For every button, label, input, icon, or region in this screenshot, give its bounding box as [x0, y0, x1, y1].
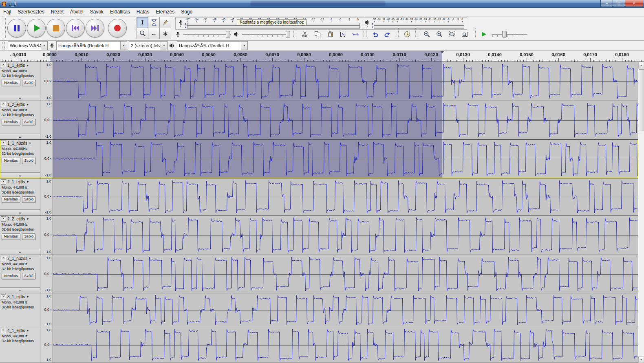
menu-item-elemzes[interactable]: Elemzés — [152, 8, 178, 16]
amplitude-ruler[interactable]: 1,0 0,0 -1,0 — [40, 293, 53, 327]
skip-to-start-button[interactable] — [66, 19, 85, 37]
zoom-to-project-button[interactable] — [459, 29, 470, 39]
zoom-to-selection-button[interactable] — [447, 29, 457, 39]
track-name[interactable]: 1_1_húzós — [7, 141, 27, 145]
track-control-panel[interactable]: × 2_1_ejtős ▼ Monó, 44100Hz 32-bit lebeg… — [0, 178, 40, 215]
skip-to-end-button[interactable] — [86, 19, 104, 37]
track-collapse-button[interactable]: ▲ — [0, 209, 40, 215]
scroll-up-button[interactable]: ▲ — [638, 62, 644, 68]
mute-button[interactable]: Némítás — [2, 158, 20, 164]
meter-output-selector[interactable]: ▼ — [364, 18, 371, 29]
amplitude-ruler[interactable]: 1,0 0,0 -1,0 — [40, 62, 53, 101]
amplitude-ruler[interactable]: 1,0 0,0 -1,0 — [40, 178, 53, 215]
track-close-button[interactable]: × — [1, 256, 6, 261]
menu-item-nezet[interactable]: Nézet — [48, 8, 67, 16]
menu-item-hatas[interactable]: Hatás — [133, 8, 152, 16]
zoom-in-button[interactable] — [421, 29, 432, 39]
track-control-panel[interactable]: × 2_2_ejtős ▼ Monó, 44100Hz 32-bit lebeg… — [0, 216, 40, 255]
waveform-canvas[interactable] — [53, 293, 638, 327]
slider-thumb[interactable] — [226, 31, 230, 37]
zoom-tool-button[interactable] — [137, 28, 148, 39]
track-control-panel[interactable]: × 2_1_húzós ▼ Monó, 44100Hz 32-bit lebeg… — [0, 255, 40, 293]
mute-button[interactable]: Némítás — [2, 80, 20, 86]
track-name[interactable]: 2_2_ejtős — [7, 217, 25, 221]
play-at-speed-button[interactable] — [479, 29, 489, 39]
track-close-button[interactable]: × — [1, 141, 6, 146]
waveform-canvas[interactable] — [53, 327, 638, 363]
menu-item-szerkesztes[interactable]: Szerkesztés — [14, 8, 47, 16]
scrollbar-thumb[interactable] — [639, 69, 644, 131]
trim-button[interactable] — [337, 29, 348, 39]
track-name[interactable]: 2_1_ejtős — [7, 180, 25, 184]
dropdown-arrow-icon[interactable]: ▼ — [241, 42, 247, 50]
slider-thumb[interactable] — [286, 31, 290, 37]
waveform-canvas[interactable] — [53, 140, 638, 178]
record-button[interactable] — [108, 19, 127, 37]
menu-item-fajl[interactable]: Fájl — [0, 8, 14, 16]
toolbar-grip[interactable] — [396, 29, 399, 37]
amplitude-ruler[interactable]: 1,0 0,0 -1,0 — [40, 327, 53, 363]
toolbar-grip[interactable] — [293, 29, 296, 37]
toolbar-grip[interactable] — [2, 42, 5, 49]
track-menu-arrow-icon[interactable]: ▼ — [29, 142, 31, 145]
recording-device-select[interactable]: HangszÃ³rÃ³k (Realtek H ▼ — [56, 41, 127, 50]
track-control-panel[interactable]: × 4_1_ejtős ▼ Monó, 44100Hz 32-bit lebeg… — [0, 327, 40, 363]
amplitude-ruler[interactable]: 1,0 0,0 -1,0 — [40, 216, 53, 255]
menu-item-atvitel[interactable]: Átvitel — [67, 8, 87, 16]
solo-button[interactable]: Szóló — [22, 158, 36, 164]
multi-tool-button[interactable]: ∗ — [159, 28, 171, 39]
undo-button[interactable] — [370, 29, 380, 39]
track-close-button[interactable]: × — [1, 102, 6, 107]
playback-device-select[interactable]: HangszÃ³rÃ³k (Realtek H ▼ — [177, 41, 248, 50]
monitoring-tooltip[interactable]: Kattintás a megfigyelés indításához — [237, 19, 307, 25]
solo-button[interactable]: Szóló — [22, 119, 36, 125]
play-button[interactable] — [27, 19, 46, 37]
dropdown-arrow-icon[interactable]: ▼ — [41, 42, 47, 50]
recording-volume-slider[interactable] — [183, 31, 231, 38]
menu-item-savok[interactable]: Sávok — [87, 8, 107, 16]
playback-meter[interactable]: ▼ -57-54-51-48-45-42-39-36-33-30-27-24-2… — [362, 17, 467, 30]
pause-button[interactable] — [7, 19, 26, 37]
waveform-canvas[interactable] — [53, 101, 638, 139]
redo-button[interactable] — [382, 29, 393, 39]
solo-button[interactable]: Szóló — [22, 80, 36, 86]
mute-button[interactable]: Némítás — [2, 196, 20, 203]
dropdown-arrow-icon[interactable]: ▼ — [120, 42, 127, 50]
track-name[interactable]: 3_1_ejtős — [7, 295, 25, 299]
solo-button[interactable]: Szóló — [22, 273, 36, 279]
copy-button[interactable] — [312, 29, 322, 39]
track-menu-arrow-icon[interactable]: ▼ — [26, 218, 29, 220]
selection-tool-button[interactable]: I — [137, 17, 148, 28]
sync-lock-button[interactable] — [402, 29, 412, 39]
playback-volume-slider[interactable] — [242, 31, 290, 38]
track-close-button[interactable]: × — [1, 63, 6, 68]
track-control-panel[interactable]: × 1_1_ejtős ▼ Monó, 44100Hz 32-bit lebeg… — [0, 62, 40, 101]
slider-thumb[interactable] — [502, 31, 507, 37]
track-menu-arrow-icon[interactable]: ▼ — [26, 295, 29, 298]
menu-item-eloallitas[interactable]: Előállítás — [107, 8, 133, 16]
track-close-button[interactable]: × — [1, 216, 6, 222]
solo-button[interactable]: Szóló — [22, 233, 36, 240]
track-menu-arrow-icon[interactable]: ▼ — [26, 64, 29, 67]
zoom-out-button[interactable] — [434, 29, 444, 39]
timeline-ruler[interactable]: - 0,00100,00000,00100,00200,00300,00400,… — [0, 51, 644, 62]
track-name[interactable]: 1_2_ejtős — [7, 102, 25, 107]
track-control-panel[interactable]: × 3_1_ejtős ▼ Monó, 44100Hz 32-bit lebeg… — [0, 293, 40, 327]
mute-button[interactable]: Némítás — [2, 119, 20, 125]
waveform-canvas[interactable] — [53, 216, 638, 255]
track-name[interactable]: 1_1_ejtős — [7, 63, 25, 68]
track-name[interactable]: 2_1_húzós — [7, 256, 27, 261]
solo-button[interactable]: Szóló — [22, 196, 36, 203]
track-collapse-button[interactable]: ▲ — [0, 172, 40, 178]
track-collapse-button[interactable]: ▲ — [0, 287, 40, 293]
waveform-canvas[interactable] — [53, 255, 638, 293]
menu-item-sugo[interactable]: Súgó — [178, 8, 196, 16]
waveform-canvas[interactable] — [53, 178, 638, 215]
track-name[interactable]: 4_1_ejtős — [7, 328, 25, 333]
toolbar-grip[interactable] — [3, 18, 6, 38]
envelope-tool-button[interactable] — [148, 17, 160, 28]
mute-button[interactable]: Némítás — [2, 273, 20, 279]
close-button[interactable]: × — [625, 0, 643, 7]
track-close-button[interactable]: × — [1, 179, 6, 185]
track-menu-arrow-icon[interactable]: ▼ — [26, 180, 29, 183]
